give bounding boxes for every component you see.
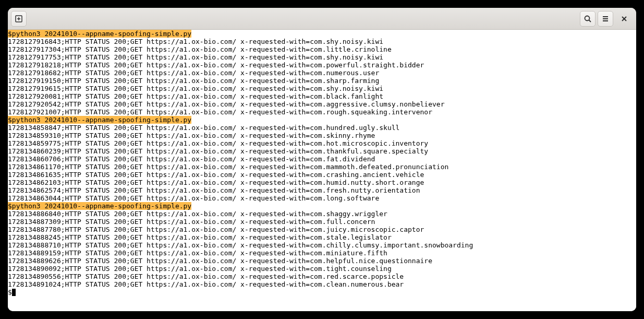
- log-line: 1728127921007;HTTP STATUS 200;GET https:…: [8, 108, 636, 116]
- log-line: 1728134859775;HTTP STATUS 200;GET https:…: [8, 139, 636, 147]
- log-line: 1728134859310;HTTP STATUS 200;GET https:…: [8, 132, 636, 139]
- log-line: 1728134861170;HTTP STATUS 200;GET https:…: [8, 163, 636, 171]
- log-line: 1728127916843;HTTP STATUS 200;GET https:…: [8, 38, 636, 45]
- log-line: 1728134889159;HTTP STATUS 200;GET https:…: [8, 249, 636, 257]
- search-button[interactable]: [580, 11, 596, 27]
- log-line: 1728127919150;HTTP STATUS 200;GET https:…: [8, 77, 636, 85]
- titlebar: [8, 8, 636, 30]
- log-line: 1728134860706;HTTP STATUS 200;GET https:…: [8, 155, 636, 163]
- svg-line-4: [589, 20, 591, 22]
- log-line: 1728134887309;HTTP STATUS 200;GET https:…: [8, 218, 636, 226]
- log-line: 1728127920542;HTTP STATUS 200;GET https:…: [8, 100, 636, 108]
- log-line: 1728127919615;HTTP STATUS 200;GET https:…: [8, 85, 636, 92]
- log-line: 1728134860239;HTTP STATUS 200;GET https:…: [8, 147, 636, 155]
- new-tab-icon: [15, 15, 23, 23]
- new-tab-button[interactable]: [11, 11, 27, 27]
- log-line: 1728134862574;HTTP STATUS 200;GET https:…: [8, 186, 636, 194]
- log-line: 1728134887780;HTTP STATUS 200;GET https:…: [8, 226, 636, 233]
- log-line: 1728134890556;HTTP STATUS 200;GET https:…: [8, 273, 636, 280]
- log-line: 1728127917304;HTTP STATUS 200;GET https:…: [8, 45, 636, 53]
- log-line: 1728134889626;HTTP STATUS 200;GET https:…: [8, 257, 636, 265]
- log-line: 1728134888710;HTTP STATUS 200;GET https:…: [8, 241, 636, 249]
- terminal-window: $python3 20241010--appname-spoofing-simp…: [8, 8, 636, 311]
- log-line: 1728127918218;HTTP STATUS 200;GET https:…: [8, 61, 636, 69]
- hamburger-icon: [601, 15, 610, 23]
- log-line: 1728134862103;HTTP STATUS 200;GET https:…: [8, 179, 636, 186]
- menu-button[interactable]: [598, 11, 613, 27]
- titlebar-right: [580, 10, 633, 28]
- log-line: 1728134888245;HTTP STATUS 200;GET https:…: [8, 233, 636, 241]
- log-line: 1728134858847;HTTP STATUS 200;GET https:…: [8, 124, 636, 132]
- log-line: 1728127920081;HTTP STATUS 200;GET https:…: [8, 92, 636, 100]
- command-line: $python3 20241010--appname-spoofing-simp…: [8, 116, 191, 124]
- search-icon: [584, 15, 592, 23]
- close-icon: [621, 15, 628, 22]
- command-line: $python3 20241010--appname-spoofing-simp…: [8, 202, 191, 210]
- log-line: 1728127917753;HTTP STATUS 200;GET https:…: [8, 53, 636, 61]
- log-line: 1728134890092;HTTP STATUS 200;GET https:…: [8, 265, 636, 273]
- svg-point-3: [585, 16, 590, 20]
- log-line: 1728134891024;HTTP STATUS 200;GET https:…: [8, 280, 636, 288]
- log-line: 1728134886840;HTTP STATUS 200;GET https:…: [8, 210, 636, 218]
- titlebar-left: [11, 11, 27, 27]
- command-line: $python3 20241010--appname-spoofing-simp…: [8, 30, 191, 38]
- log-line: 1728134863044;HTTP STATUS 200;GET https:…: [8, 194, 636, 202]
- log-line: 1728134861635;HTTP STATUS 200;GET https:…: [8, 171, 636, 179]
- close-button[interactable]: [615, 10, 633, 28]
- prompt: $: [8, 288, 12, 296]
- log-line: 1728127918682;HTTP STATUS 200;GET https:…: [8, 69, 636, 77]
- terminal-output[interactable]: $python3 20241010--appname-spoofing-simp…: [8, 30, 636, 311]
- cursor: [12, 289, 16, 296]
